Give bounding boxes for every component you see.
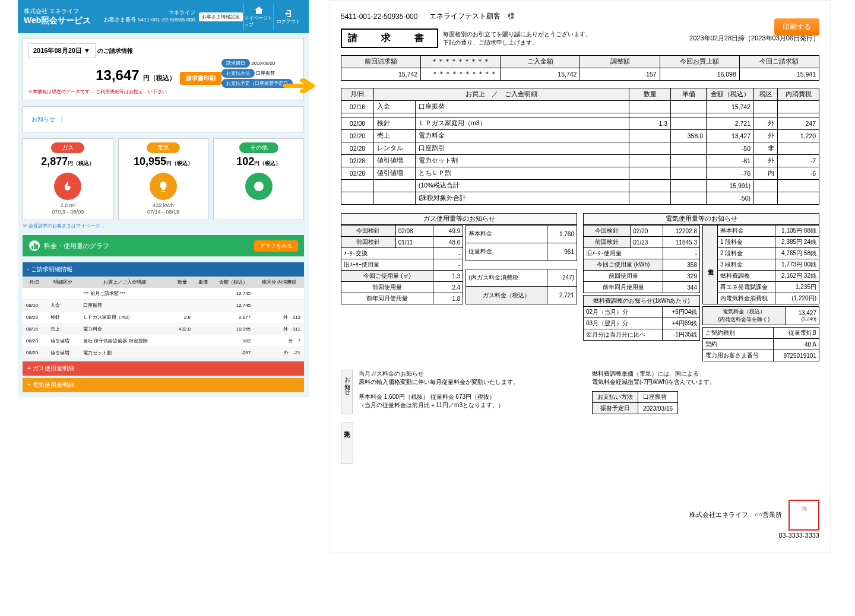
line-items-table: 月/日お買上 ／ ご入金明細数量単価金額（税込）税区内消費税 02/16入金口座…	[341, 88, 819, 205]
notice-box: お知らせ |	[23, 106, 304, 132]
graph-section: 料金・使用量のグラフ グラフをみる	[23, 235, 304, 256]
settings-button[interactable]: お客さま情報設定	[199, 12, 243, 21]
detail-table: 月/日明細区分お買上／ご入金明細数量単価金額（税込）税区分 内消費税 *** 前…	[23, 277, 304, 359]
bulb-icon	[150, 173, 177, 200]
bill-note: ※本情報は現在のデータです… ご利用明細等はお控え…い下さい	[28, 88, 299, 95]
pay-method-tag: お支払方法	[221, 69, 255, 78]
web-portal-panel: 株式会社 エネライフ Web照会サービス エネライフ お客さま番号 5411-0…	[18, 0, 309, 397]
gas-card[interactable]: ガス 2,877円（税込） 2.8 m³ 07/13～08/09	[23, 138, 113, 220]
flame-icon	[54, 173, 81, 200]
gas-info-body2: 基本料金 1,600円（税抜） 従量料金 673円（税抜）	[359, 393, 586, 401]
svg-point-0	[254, 182, 264, 191]
gas-notice-block: ガス使用量等のお知らせ 今回検針02/0849.9 前回検針01/1148.6 …	[341, 213, 577, 361]
chart-icon	[28, 240, 40, 252]
portal-header: 株式会社 エネライフ Web照会サービス エネライフ お客さま番号 5411-0…	[18, 0, 309, 33]
print-button[interactable]: 印刷する	[774, 18, 819, 36]
bill-summary-box: 2016年08月20日 ▼ のご請求情報 13,647 円（税込） 請求書印刷 …	[23, 38, 304, 100]
mypage-button[interactable]: マイページトップ	[243, 4, 273, 30]
info-vlabel: お知らせ	[341, 370, 353, 414]
due-date-tag: 請求締日	[221, 59, 250, 68]
invoice-document: 5411-001-22-50935-000 エネライフテスト顧客 様 印刷する …	[330, 0, 831, 553]
transfer-vlabel: 振込先	[341, 423, 353, 464]
customer-number: お客さま番号 5411-001-22-50935-000	[104, 17, 195, 24]
bill-unit: 円（税込）	[143, 74, 176, 81]
elec-notice-block: 電気使用量等のお知らせ 今回検針02/2012202.8 前回検針01/2311…	[583, 213, 819, 361]
svg-rect-4	[36, 245, 38, 249]
account-number: 5411-001-22-50935-000	[341, 12, 417, 21]
home-icon	[254, 5, 264, 15]
svg-rect-2	[31, 246, 33, 249]
invoice-footer: 株式会社エネライフ ○○営業所 ㊞ 03-3333-3333	[341, 500, 819, 541]
electric-label: 電気	[147, 142, 180, 153]
service-title: Web照会サービス	[24, 15, 91, 26]
invoice-title: 請 求 書	[341, 28, 438, 48]
view-graph-button[interactable]: グラフをみる	[254, 240, 298, 252]
bill-date-suffix: のご請求情報	[97, 47, 133, 54]
arrow-indicator: ➜	[281, 69, 318, 101]
bill-amount: 13,647	[96, 67, 139, 83]
gas-label: ガス	[51, 142, 84, 153]
print-invoice-button[interactable]: 請求書印刷	[180, 72, 221, 85]
cat-note: ※ 合算請求のお客さまはマイページ…	[23, 223, 304, 229]
other-label: その他	[239, 142, 278, 153]
logout-icon	[284, 9, 293, 18]
gas-detail-accordion[interactable]: + ガス使用量明細	[23, 361, 304, 376]
customer-name: エネライフテスト顧客 様	[429, 11, 515, 21]
other-card[interactable]: その他 102円（税込）	[213, 138, 304, 220]
payment-table: お支払い方法口座振替 振替予定日2023/03/16	[592, 391, 678, 414]
elec-detail-accordion[interactable]: + 電気使用量明細	[23, 378, 304, 392]
svg-rect-3	[34, 243, 36, 249]
gas-info-title: 当月ガス料金のお知らせ	[359, 370, 586, 378]
logout-button[interactable]: ログアウト	[273, 4, 303, 30]
electric-card[interactable]: 電気 10,955円（税込） 432 kWh 07/14～08/16	[118, 138, 209, 220]
summary-table: 前回請求額＊＊＊＊＊＊＊＊＊ご入金額調整額今回お買上額今回ご請求額 15,742…	[341, 55, 819, 81]
greeting: 毎度格別のお引立てを賜り誠にありがとうございます。下記の通り、ご請求申し上げます…	[443, 30, 591, 47]
customer-label: エネライフ	[104, 9, 195, 17]
elec-info-body: 燃料費調整単価（電気）には、国による 電気料金軽減措置(-7円/kWh)を含んで…	[592, 370, 819, 386]
gas-info-body: 原料の輸入価格変動に伴い毎月従量料金が変動いたします。	[359, 378, 586, 386]
bill-date-selector[interactable]: 2016年08月20日 ▼	[28, 43, 96, 58]
company-name: 株式会社 エネライフ	[24, 7, 91, 15]
gas-info-body3: （当月の従量料金は前月比＋11円／m3となります。）	[359, 401, 586, 409]
company-seal: ㊞	[788, 500, 819, 531]
graph-title: 料金・使用量のグラフ	[44, 242, 109, 250]
detail-section-header: - ご請求明細情報	[23, 262, 304, 277]
wallet-icon	[245, 173, 273, 200]
